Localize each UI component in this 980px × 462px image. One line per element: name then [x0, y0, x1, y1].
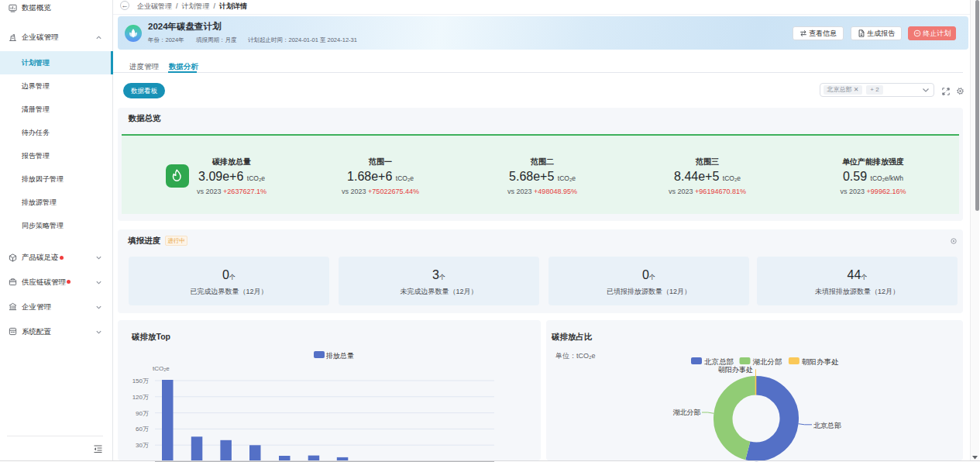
svg-text:朝阳办事处: 朝阳办事处 [802, 357, 839, 366]
svg-text:湖北分部: 湖北分部 [753, 357, 782, 366]
svg-text:排放总量: 排放总量 [325, 352, 354, 360]
svg-text:tCO₂e: tCO₂e [153, 365, 170, 372]
svg-text:30万: 30万 [136, 442, 149, 449]
svg-text:60万: 60万 [136, 426, 149, 433]
svg-text:90万: 90万 [136, 410, 149, 417]
svg-text:朝阳办事处: 朝阳办事处 [718, 366, 753, 374]
svg-text:120万: 120万 [132, 394, 149, 401]
svg-text:湖北分部: 湖北分部 [673, 409, 701, 416]
svg-text:北京总部: 北京总部 [704, 357, 734, 366]
svg-text:150万: 150万 [132, 378, 149, 384]
svg-text:北京总部: 北京总部 [813, 422, 841, 429]
